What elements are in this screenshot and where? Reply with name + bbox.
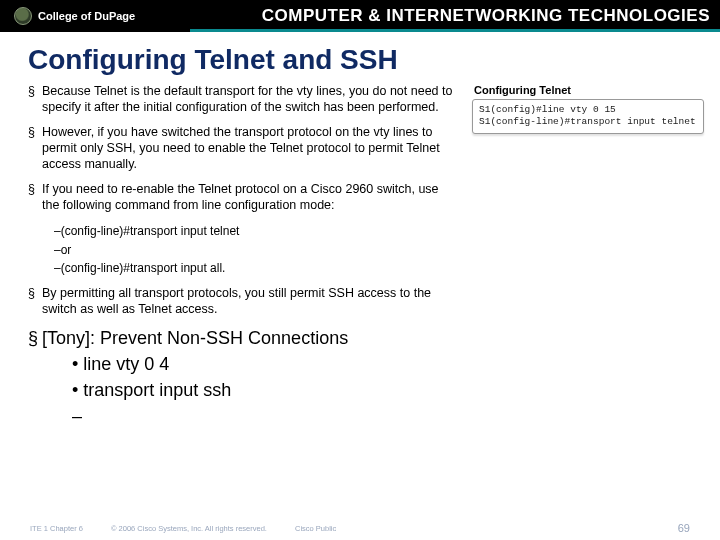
bullet-2: However, if you have switched the transp…	[28, 125, 458, 172]
footer-center: © 2006 Cisco Systems, Inc. All rights re…	[111, 524, 267, 533]
code-box: S1(config)#line vty 0 15S1(config-line)#…	[472, 99, 704, 134]
bullet-4: By permitting all transport protocols, y…	[28, 286, 458, 317]
sidebox-title: Configuring Telnet	[472, 84, 704, 96]
brand-block: College of DuPage	[0, 7, 135, 25]
tony-line-1: • line vty 0 4	[72, 351, 692, 377]
sub-2: –or	[54, 242, 458, 258]
sidebox: Configuring Telnet S1(config)#line vty 0…	[472, 84, 704, 134]
sub-list: –(config-line)#transport input telnet –o…	[54, 223, 458, 276]
slide-body: Configuring Telnet and SSH Configuring T…	[0, 32, 720, 540]
slide-title: Configuring Telnet and SSH	[28, 44, 692, 76]
brand-text: College of DuPage	[38, 10, 135, 22]
bullet-list-2: By permitting all transport protocols, y…	[28, 286, 458, 317]
globe-icon	[14, 7, 32, 25]
code-line-2: S1(config-line)#transport input telnet	[479, 116, 697, 128]
tony-dash: –	[72, 403, 692, 429]
slide-content: Configuring Telnet S1(config)#line vty 0…	[28, 84, 692, 429]
footer-right: Cisco Public	[295, 524, 336, 533]
tony-sub: • line vty 0 4 • transport input ssh –	[72, 351, 692, 429]
code-line-1: S1(config)#line vty 0 15	[479, 104, 697, 116]
tony-head: [Tony]: Prevent Non-SSH Connections	[28, 327, 692, 350]
bullet-3: If you need to re-enable the Telnet prot…	[28, 182, 458, 213]
bullet-1: Because Telnet is the default transport …	[28, 84, 458, 115]
tony-line-2: • transport input ssh	[72, 377, 692, 403]
tony-block: [Tony]: Prevent Non-SSH Connections • li…	[28, 327, 692, 429]
footer-left: ITE 1 Chapter 6	[30, 524, 83, 533]
sub-3: –(config-line)#transport input all.	[54, 260, 458, 276]
bullet-list: Because Telnet is the default transport …	[28, 84, 458, 213]
header-title: COMPUTER & INTERNETWORKING TECHNOLOGIES	[262, 0, 710, 32]
footer: ITE 1 Chapter 6 © 2006 Cisco Systems, In…	[0, 522, 720, 534]
header-banner: College of DuPage COMPUTER & INTERNETWOR…	[0, 0, 720, 32]
sub-1: –(config-line)#transport input telnet	[54, 223, 458, 239]
page-number: 69	[678, 522, 690, 534]
